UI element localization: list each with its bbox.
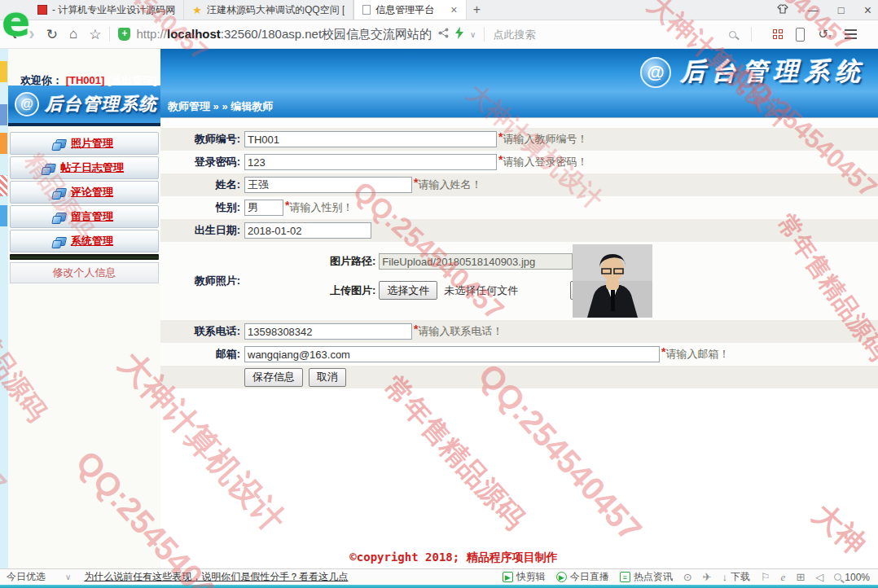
chat-bubble-icon (55, 213, 67, 222)
security-shield-icon[interactable]: + (118, 28, 130, 41)
sidebar-item-label: 帖子日志管理 (60, 160, 124, 175)
play-circle-icon: ▶ (556, 572, 567, 582)
field-label: 姓名: (160, 178, 244, 192)
maximize-button[interactable]: □ (838, 4, 845, 16)
refresh-button[interactable]: ↻ (46, 26, 58, 43)
field-label: 联系电话: (160, 324, 244, 339)
gender-input[interactable] (244, 200, 283, 216)
teacher-photo (573, 244, 652, 318)
cancel-button[interactable]: 取消 (309, 368, 346, 387)
teacher-id-input[interactable] (244, 131, 497, 147)
browser-logo-icon[interactable]: e (2, 0, 30, 46)
site-favicon-icon (37, 5, 47, 15)
photo-path-input (379, 253, 573, 270)
divider (751, 27, 752, 42)
share-icon[interactable] (438, 28, 449, 41)
sidebar-logo: @ 后台管理系统 (8, 86, 160, 126)
bookmark-star-icon[interactable]: ☆ (89, 26, 101, 43)
sidebar-item-edit-profile[interactable]: 修改个人信息 (10, 262, 159, 283)
chat-bubble-icon (55, 188, 67, 197)
news-headline-link[interactable]: 为什么说前任有这些表现，说明你们是假性分手？看看这几点 (84, 570, 348, 584)
dock-icon[interactable] (0, 175, 7, 196)
live-stream-tool[interactable]: ▶ 今日直播 (556, 570, 609, 584)
password-input[interactable] (244, 154, 497, 170)
new-tab-button[interactable]: + (467, 0, 488, 20)
sidebar-item-message-mgmt[interactable]: 留言管理 (10, 205, 159, 228)
window-mode-icon[interactable]: ⊞ (796, 571, 805, 583)
tab-close-icon[interactable]: × (450, 3, 457, 16)
minimize-button[interactable]: — (808, 4, 819, 16)
sidebar-item-post-log-mgmt[interactable]: 帖子日志管理 (10, 156, 159, 179)
dock-icon[interactable] (0, 205, 7, 226)
search-icon[interactable] (729, 31, 736, 38)
skin-icon[interactable] (777, 4, 788, 16)
quick-clip-tool[interactable]: ▶ 快剪辑 (503, 570, 546, 584)
turbo-bolt-icon[interactable] (455, 27, 463, 42)
save-button[interactable]: 保存信息 (244, 368, 303, 387)
sidebar-item-comment-mgmt[interactable]: 评论管理 (10, 181, 159, 204)
upload-label: 上传图片: (330, 283, 375, 298)
daily-picks-label[interactable]: 今日优选 (7, 570, 46, 584)
menu-hamburger-icon[interactable] (845, 29, 857, 39)
chat-bubble-icon (55, 139, 67, 148)
hot-news-tool[interactable]: ≡ 热点资讯 (620, 570, 673, 584)
field-label: 教师照片: (160, 274, 244, 288)
dock-icon[interactable] (0, 104, 7, 125)
sidebar-item-photo-mgmt[interactable]: 照片管理 (10, 132, 159, 155)
rocket-boost-icon[interactable]: ✈ (703, 571, 712, 583)
form-row-birthdate: 出生日期: (160, 219, 878, 242)
tab-info-platform[interactable]: 信息管理平台 × (353, 0, 466, 20)
birthdate-input[interactable] (244, 222, 371, 239)
brand-badge-icon: @ (640, 57, 671, 88)
form-row-email: 邮箱: * 请输入邮箱！ (160, 343, 878, 366)
window-controls: — □ × (777, 0, 871, 20)
required-asterisk: * (414, 176, 418, 189)
page-favicon-icon (362, 5, 371, 15)
home-button[interactable]: ⌂ (69, 26, 77, 42)
email-input[interactable] (244, 346, 660, 362)
name-input[interactable] (244, 177, 412, 193)
phone-input[interactable] (244, 323, 412, 340)
zoom-control[interactable]: 100% (834, 572, 870, 583)
field-label: 出生日期: (160, 223, 244, 238)
sidebar-item-label: 照片管理 (71, 136, 113, 151)
tab-source-site[interactable]: - 计算机专业毕业设计源码网 (29, 0, 184, 20)
spacer (160, 118, 878, 128)
tab-title: - 计算机专业毕业设计源码网 (52, 3, 175, 17)
divider (109, 27, 110, 42)
choose-file-button[interactable]: 选择文件 (379, 281, 437, 300)
sidebar-item-system-mgmt[interactable]: 系统管理 (10, 230, 159, 252)
welcome-label: 欢迎你： (20, 74, 63, 86)
flag-icon[interactable]: ⚐ (761, 571, 770, 583)
no-file-text: 未选择任何文件 (444, 283, 518, 298)
chevron-down-icon[interactable]: ∨ (65, 573, 71, 581)
sidebar-item-label: 留言管理 (71, 209, 113, 224)
photo-path-label: 图片路径: (330, 254, 375, 269)
download-button[interactable]: ↓ 下载 (722, 570, 750, 584)
required-asterisk: * (498, 130, 503, 143)
dock-icon[interactable] (0, 61, 7, 82)
ie-compat-icon[interactable]: e (781, 571, 786, 584)
address-bar[interactable]: http://localhost:32560/180asp.net校园信息交流网… (136, 27, 432, 42)
mobile-icon[interactable] (796, 28, 805, 42)
search-input[interactable] (493, 29, 631, 41)
close-button[interactable]: × (864, 3, 871, 18)
divider (484, 27, 485, 42)
field-hint: 请输入联系电话！ (418, 324, 503, 339)
download-arrow-icon: ↓ (722, 571, 727, 583)
sidebar-item-label: 修改个人信息 (53, 265, 116, 280)
menu-separator (10, 254, 159, 260)
play-box-icon: ▶ (503, 572, 513, 582)
apps-grid-icon[interactable] (773, 29, 783, 39)
chevron-down-icon[interactable]: ∨ (470, 30, 476, 39)
brand-title: 后台管理系统 (681, 55, 867, 89)
restore-tab-icon[interactable]: ↺▾ (818, 27, 832, 42)
user-id: [TH001] (66, 74, 105, 86)
browser-nav-bar: ‹ › ↻ ⌂ ☆ + http://localhost:32560/180as… (0, 20, 878, 49)
field-label: 教师编号: (160, 132, 244, 147)
speed-dial-icon[interactable]: ⊙ (683, 571, 692, 583)
dock-icon[interactable] (0, 133, 7, 154)
logout-link[interactable]: [退出管理] (108, 74, 157, 86)
tab-qq-zone[interactable]: ★ 汪建林源码大神调试的QQ空间 [ (184, 0, 353, 20)
speaker-icon[interactable]: ◁ (815, 571, 823, 583)
